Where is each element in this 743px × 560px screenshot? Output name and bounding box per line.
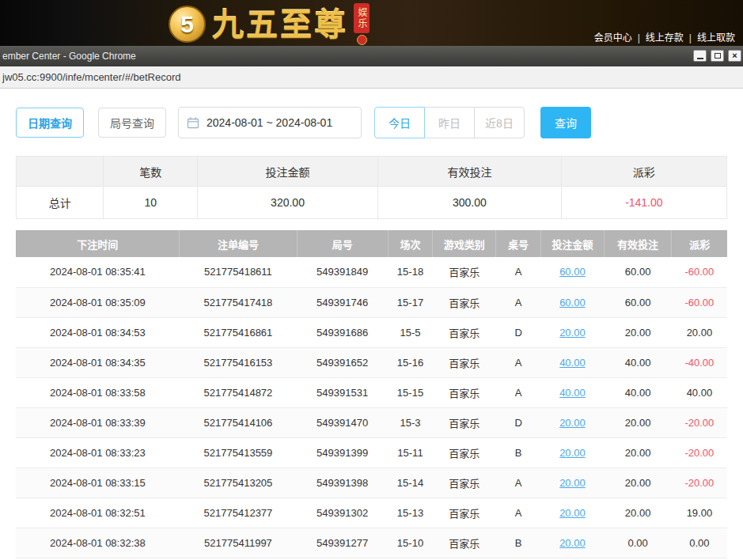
summary-header-payout: 派彩 [561, 157, 726, 187]
logo-badge-wrap: 娱乐 [354, 3, 370, 45]
bet-amount-link[interactable]: 20.00 [559, 477, 586, 489]
nav-link[interactable]: 线上存款 [644, 32, 685, 44]
cell-payout: -20.00 [672, 467, 727, 498]
bet-amount-link[interactable]: 20.00 [559, 507, 586, 519]
cell-valid-bet: 20.00 [604, 407, 671, 437]
nav-link[interactable]: 线上取款 [696, 32, 737, 44]
table-row: 2024-08-01 08:33:58 521775414872 5493915… [16, 377, 727, 407]
cell-bet-amount: 40.00 [540, 347, 604, 377]
nav-link[interactable]: 会员中心 [593, 32, 634, 44]
logo-badge: 娱乐 [354, 3, 370, 33]
cell-payout: 40.00 [672, 377, 727, 407]
cell-round-id: 549391470 [297, 407, 388, 437]
summary-header-valid-bet: 有效投注 [378, 157, 562, 187]
cell-game-type: 百家乐 [433, 287, 496, 317]
site-logo: 5 九五至尊 娱乐 [169, 3, 370, 45]
bet-amount-link[interactable]: 20.00 [559, 447, 586, 459]
cell-bet-time: 2024-08-01 08:35:09 [16, 287, 180, 317]
address-bar[interactable]: jw05.cc:9900/infe/mcenter/#/betRecord [0, 71, 180, 83]
summary-total-row: 总计 10 320.00 300.00 -141.00 [17, 187, 727, 219]
bet-amount-link[interactable]: 40.00 [559, 357, 586, 369]
casino-banner: 5 九五至尊 娱乐 会员中心|线上存款|线上取款 [0, 0, 743, 46]
table-row: 2024-08-01 08:33:23 521775413559 5493913… [16, 437, 727, 467]
cell-valid-bet: 20.00 [604, 498, 671, 528]
cell-bet-id: 521775416861 [180, 317, 297, 347]
cell-valid-bet: 0.00 [604, 528, 671, 558]
calendar-icon [187, 116, 199, 129]
cell-bet-amount: 40.00 [540, 377, 604, 407]
date-range-input[interactable]: 2024-08-01 ~ 2024-08-01 [178, 107, 362, 138]
cell-game-type: 百家乐 [433, 467, 496, 498]
table-row: 2024-08-01 08:35:41 521775418611 5493918… [16, 257, 727, 287]
cell-round-id: 549391686 [297, 317, 388, 347]
cell-game-type: 百家乐 [433, 528, 496, 558]
nav-separator: | [634, 32, 644, 44]
cell-bet-amount: 20.00 [540, 498, 604, 528]
summary-header-blank [17, 157, 104, 187]
cell-bet-amount: 20.00 [540, 437, 604, 467]
cell-valid-bet: 20.00 [604, 467, 671, 498]
cell-payout: -20.00 [672, 407, 727, 437]
summary-payout-value: -141.00 [561, 187, 726, 219]
minimize-button[interactable] [693, 50, 707, 62]
summary-header-bet-amount: 投注金额 [197, 157, 377, 187]
col-header-bet-amount: 投注金额 [540, 230, 604, 257]
col-header-game-type: 游戏类别 [433, 230, 496, 257]
cell-session: 15-18 [388, 257, 433, 287]
bet-record-table: 下注时间 注单编号 局号 场次 游戏类别 桌号 投注金额 有效投注 派彩 202… [16, 230, 727, 558]
bet-amount-link[interactable]: 60.00 [559, 266, 586, 278]
cell-bet-time: 2024-08-01 08:32:38 [16, 528, 180, 558]
round-query-button[interactable]: 局号查询 [98, 108, 166, 138]
bet-amount-link[interactable]: 60.00 [559, 297, 586, 308]
date-query-button[interactable]: 日期查询 [16, 108, 84, 138]
last-8-days-button[interactable]: 近8日 [474, 107, 525, 138]
cell-table-no: A [496, 347, 541, 377]
bet-amount-link[interactable]: 20.00 [559, 327, 586, 339]
cell-payout: 19.00 [672, 498, 727, 528]
cell-payout: -60.00 [672, 257, 727, 287]
cell-bet-id: 521775411997 [180, 528, 297, 558]
summary-header-row: 笔数 投注金额 有效投注 派彩 [17, 157, 727, 187]
coin-logo-icon: 5 [169, 6, 206, 43]
cell-game-type: 百家乐 [433, 347, 496, 377]
cell-valid-bet: 60.00 [604, 287, 671, 317]
cell-bet-time: 2024-08-01 08:32:51 [16, 498, 180, 528]
cell-bet-time: 2024-08-01 08:33:23 [16, 437, 180, 467]
today-button[interactable]: 今日 [374, 107, 425, 138]
page-content: 日期查询 局号查询 2024-08-01 ~ 2024-08-01 今日 昨日 … [0, 89, 743, 560]
summary-total-label: 总计 [17, 187, 104, 219]
date-range-value: 2024-08-01 ~ 2024-08-01 [207, 116, 332, 129]
cell-valid-bet: 20.00 [604, 437, 671, 467]
cell-game-type: 百家乐 [433, 257, 496, 287]
cell-bet-amount: 20.00 [540, 467, 604, 498]
cell-table-no: A [496, 498, 541, 528]
table-row: 2024-08-01 08:32:38 521775411997 5493912… [16, 528, 727, 558]
maximize-button[interactable] [711, 50, 724, 62]
col-header-bet-id: 注单编号 [180, 230, 297, 257]
cell-table-no: D [496, 407, 541, 437]
browser-titlebar: ember Center - Google Chrome × [0, 46, 743, 66]
col-header-payout: 派彩 [672, 230, 727, 257]
yesterday-button[interactable]: 昨日 [424, 107, 475, 138]
cell-bet-id: 521775416153 [180, 347, 297, 377]
cell-session: 15-14 [388, 467, 433, 498]
table-row: 2024-08-01 08:35:09 521775417418 5493917… [16, 287, 727, 317]
filter-bar: 日期查询 局号查询 2024-08-01 ~ 2024-08-01 今日 昨日 … [16, 107, 727, 138]
cell-table-no: A [496, 467, 541, 498]
close-button[interactable]: × [728, 50, 741, 62]
cell-round-id: 549391849 [297, 257, 388, 287]
cell-session: 15-16 [388, 347, 433, 377]
cell-round-id: 549391398 [297, 467, 388, 498]
search-button[interactable]: 查询 [540, 107, 591, 138]
bet-amount-link[interactable]: 40.00 [559, 387, 586, 399]
cell-bet-amount: 20.00 [540, 528, 604, 558]
bet-amount-link[interactable]: 20.00 [559, 417, 586, 429]
red-seal-icon [357, 35, 367, 45]
cell-bet-time: 2024-08-01 08:35:41 [16, 257, 180, 287]
cell-table-no: A [496, 257, 541, 287]
minimize-icon [697, 58, 703, 59]
col-header-valid-bet: 有效投注 [604, 230, 671, 257]
col-header-table-no: 桌号 [496, 230, 541, 257]
bet-amount-link[interactable]: 20.00 [559, 537, 586, 549]
cell-bet-amount: 20.00 [540, 317, 604, 347]
